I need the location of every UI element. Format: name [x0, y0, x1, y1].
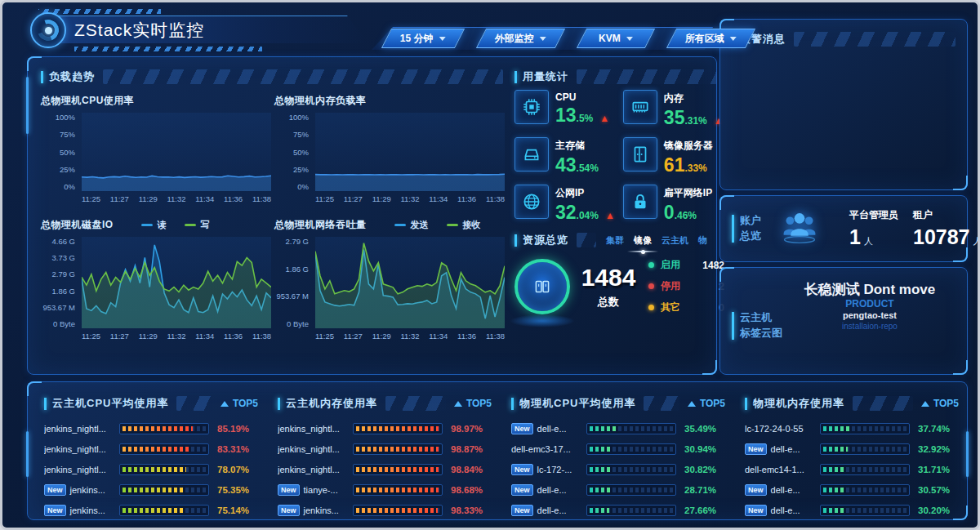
legend-swatch-icon [447, 224, 458, 226]
header-dash-decoration [38, 9, 161, 14]
resource-tabs: 集群镜像云主机物 [606, 234, 707, 247]
account-panel: 账户 总览 平台管理员 1人 租户 10787人 [719, 195, 968, 262]
table-row[interactable]: Newtianye-...98.68% [278, 483, 492, 497]
resource-total: 1484 [580, 264, 637, 292]
table-row[interactable]: Newdell-e...30.20% [745, 503, 959, 518]
table-row[interactable]: Newdell-e...27.66% [511, 503, 725, 518]
table-row[interactable]: jenkins_nightl...98.97% [278, 421, 492, 436]
header-dash-decoration [74, 47, 262, 51]
tag-cloud-item[interactable]: 长稳测试 Dont move [784, 281, 956, 298]
row-value: 85.19% [217, 424, 258, 434]
table-row[interactable]: Newjenkins...75.14% [44, 503, 258, 518]
plot-area [82, 113, 271, 191]
row-name: Newdell-e... [511, 423, 586, 434]
table-row[interactable]: jenkins_nightl...78.07% [44, 462, 258, 477]
row-value: 83.31% [217, 444, 258, 454]
tile-value: 43.54% [555, 156, 599, 175]
usage-bar [586, 423, 676, 434]
row-name: Newjenkins... [44, 505, 119, 516]
table-row[interactable]: Newlc-172-...30.82% [511, 462, 725, 477]
dropdown-label: KVM [599, 33, 621, 44]
resource-tab-0[interactable]: 集群 [606, 234, 624, 247]
chart-legend: 读写 [141, 219, 210, 231]
new-badge: New [511, 505, 533, 516]
usage-tile: 扁平网络IP0.46% [623, 185, 724, 222]
tile-value: 61.33% [664, 156, 713, 175]
row-name: jenkins_nightl... [44, 424, 119, 434]
table-row[interactable]: jenkins_nightl...98.87% [278, 442, 492, 457]
row-name: Newlc-172-... [511, 464, 586, 475]
row-value: 30.20% [918, 506, 959, 515]
new-badge: New [278, 505, 300, 516]
row-value: 30.82% [684, 465, 725, 474]
new-badge: New [278, 484, 300, 496]
plot-area [82, 237, 271, 328]
top5-label: TOP5 [454, 398, 492, 409]
zstack-logo-icon [30, 12, 66, 48]
tag-cloud-item[interactable]: installaion-repo [784, 322, 956, 332]
header-dropdown-1[interactable]: 外部监控 [476, 29, 565, 48]
row-name: jenkins_nightl... [278, 444, 353, 454]
header-dropdown-0[interactable]: 15 分钟 [381, 29, 465, 48]
usage-bar [119, 484, 209, 496]
chart-mem-load: 总物理机内存负载率100%75%50%25%0%11:2511:2711:291… [274, 93, 505, 203]
section-title: 资源总览 [523, 233, 568, 247]
table-row[interactable]: Newdell-e...28.71% [511, 483, 725, 497]
table-row[interactable]: jenkins_nightl...83.31% [44, 442, 258, 457]
x-axis-labels: 11:2511:2711:2911:3211:3411:3611:38 [82, 332, 271, 341]
tag-cloud-side-label: 云主机 标签云图 [732, 310, 782, 341]
legend-swatch-icon [394, 224, 406, 226]
row-name: dell-emc14-1... [745, 465, 820, 474]
header-dropdown-2[interactable]: KVM [577, 29, 655, 48]
chart-disk-io: 总物理机磁盘IO读写4.66 G3.73 G2.79 G1.86 G953.67… [41, 217, 271, 341]
table-row[interactable]: jenkins_nightl...98.84% [278, 462, 492, 477]
new-badge: New [745, 505, 767, 516]
tile-value: 0.46% [664, 203, 712, 222]
tag-cloud: 长稳测试 Dont movePRODUCTpengtao-testinstall… [784, 281, 956, 332]
account-admin-stat: 平台管理员 1人 [849, 208, 898, 249]
x-axis-labels: 11:2511:2711:2911:3211:3411:3611:38 [82, 194, 271, 203]
row-name: Newdell-e... [745, 505, 820, 516]
usage-tile: 内存35.31%▲ [623, 90, 724, 127]
chevron-down-icon [439, 37, 446, 41]
legend-label: 启用 [661, 258, 688, 272]
top5-label: TOP5 [220, 398, 258, 409]
legend-item: 发送 [394, 219, 429, 231]
account-tenant-stat: 租户 10787人 [913, 208, 980, 249]
triangle-up-icon [688, 401, 696, 407]
table-row[interactable]: lc-172-24-0-5537.74% [745, 421, 959, 436]
resource-tab-3[interactable]: 物 [698, 234, 707, 247]
usage-bar [586, 443, 676, 455]
table-row[interactable]: Newdell-e...32.92% [745, 442, 959, 457]
usage-bar [820, 443, 910, 455]
storage-icon [514, 137, 549, 171]
resource-tab-2[interactable]: 云主机 [662, 234, 688, 247]
row-value: 28.71% [684, 485, 725, 495]
table-row[interactable]: dell-emc3-17...30.94% [511, 442, 725, 457]
table-row[interactable]: Newdell-e...30.57% [745, 483, 959, 497]
section-title: 负载趋势 [49, 69, 95, 84]
header-dropdown-3[interactable]: 所有区域 [666, 29, 755, 48]
usage-tiles: CPU13.5%▲内存35.31%▲主存储43.54%镜像服务器61.33%公网… [514, 90, 717, 222]
resource-tab-1[interactable]: 镜像 [634, 234, 652, 247]
row-value: 37.74% [918, 424, 959, 434]
new-badge: New [44, 505, 66, 516]
dropdown-label: 所有区域 [685, 32, 724, 46]
table-row[interactable]: Newjenkins...75.35% [44, 483, 258, 497]
usage-bar [820, 464, 910, 475]
usage-tile: CPU13.5%▲ [514, 90, 615, 127]
resource-legend-row: 停用2 [648, 279, 724, 293]
new-badge: New [511, 484, 533, 496]
table-row[interactable]: dell-emc14-1...31.71% [745, 462, 959, 477]
legend-label: 停用 [661, 279, 688, 293]
table-row[interactable]: Newjenkins...98.33% [278, 503, 492, 518]
tag-cloud-item[interactable]: PRODUCT [784, 298, 956, 310]
table-host-cpu: 物理机CPU平均使用率 TOP5 Newdell-e...35.49%dell-… [511, 395, 725, 518]
chart-legend: 发送接收 [394, 219, 481, 231]
header-dropdowns: 15 分钟外部监控KVM所有区域 [386, 29, 751, 48]
mirror-orb-icon [514, 259, 570, 314]
tag-cloud-item[interactable]: pengtao-test [784, 310, 956, 322]
row-name: jenkins_nightl... [44, 465, 119, 474]
table-row[interactable]: jenkins_nightl...85.19% [44, 421, 258, 436]
table-row[interactable]: Newdell-e...35.49% [511, 421, 725, 436]
